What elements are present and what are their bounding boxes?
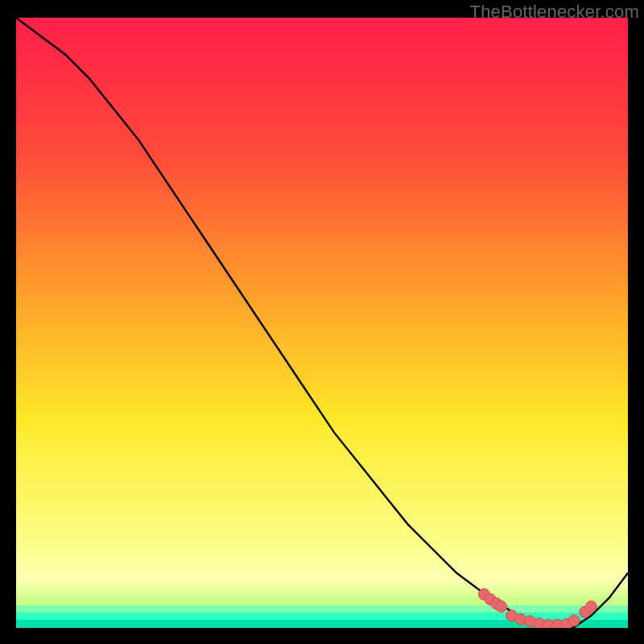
data-dot <box>568 615 580 626</box>
plot-area <box>16 18 628 628</box>
stripe-mid1 <box>16 605 628 613</box>
chart-frame: TheBottlenecker.com <box>0 0 644 644</box>
watermark-label: TheBottlenecker.com <box>470 2 639 23</box>
gradient-background <box>16 18 628 628</box>
data-dot <box>585 601 597 613</box>
bottleneck-chart <box>16 18 628 628</box>
stripe-upper <box>16 597 628 605</box>
data-dot <box>496 601 507 613</box>
